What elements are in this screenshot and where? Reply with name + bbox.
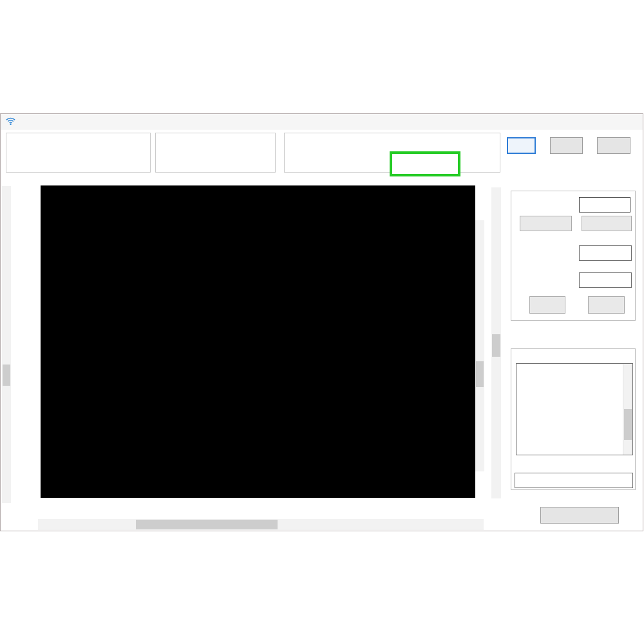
frequency-input[interactable] xyxy=(579,245,632,261)
offset-input[interactable] xyxy=(579,272,632,288)
page xyxy=(0,0,644,644)
maxmin-panel xyxy=(155,133,276,173)
unconnect-button[interactable] xyxy=(520,216,572,231)
title-bar xyxy=(1,114,643,129)
read-button[interactable] xyxy=(588,296,625,314)
scroll-left-icon[interactable] xyxy=(39,519,48,530)
maximize-button[interactable] xyxy=(595,115,614,128)
waveform-display xyxy=(41,185,475,498)
run-button[interactable] xyxy=(507,137,536,154)
data-listbox[interactable] xyxy=(516,363,633,455)
time-scrollbar[interactable] xyxy=(38,519,484,530)
app-window xyxy=(0,113,643,531)
data-set-group xyxy=(511,191,636,321)
frequency-highlight-box xyxy=(390,151,460,176)
scale-scrollbar-thumb[interactable] xyxy=(476,361,484,387)
power-panel xyxy=(6,133,151,173)
v-position-scrollbar-thumb[interactable] xyxy=(492,334,500,357)
clear-button[interactable] xyxy=(550,137,583,154)
send-button[interactable] xyxy=(529,296,565,314)
waveform-canvas xyxy=(41,185,475,498)
list-scrollbar[interactable] xyxy=(623,364,632,455)
y-axis xyxy=(15,184,41,499)
marker1-readout xyxy=(285,137,331,139)
refresh-button[interactable] xyxy=(582,216,632,231)
port-select-dropdown[interactable] xyxy=(579,197,630,213)
list-scrollbar-thumb[interactable] xyxy=(624,409,632,440)
close-button[interactable] xyxy=(618,115,638,128)
data-display-group xyxy=(511,348,636,490)
wave-data-value xyxy=(515,473,633,488)
reset-button[interactable] xyxy=(597,137,630,154)
markers-panel xyxy=(284,133,500,173)
wifi-icon xyxy=(6,117,15,128)
minimize-button[interactable] xyxy=(572,115,591,128)
v-position-scrollbar[interactable] xyxy=(491,187,501,498)
scroll-right-icon[interactable] xyxy=(473,519,482,530)
scale-scrollbar[interactable] xyxy=(475,220,484,471)
time-scrollbar-thumb[interactable] xyxy=(136,520,278,529)
marker2-readout xyxy=(334,137,380,139)
trigger-scrollbar-thumb[interactable] xyxy=(3,365,10,386)
data-export-button[interactable] xyxy=(540,507,619,524)
trigger-scrollbar[interactable] xyxy=(2,186,11,503)
